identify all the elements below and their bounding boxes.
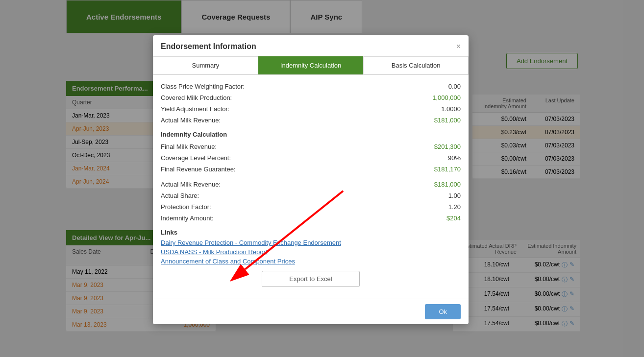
- tab-basis-calculation[interactable]: Basis Calculation: [363, 56, 469, 74]
- actual-milk-revenue-row: Actual Milk Revenue: $181,000: [161, 179, 461, 190]
- indemnity-calc-title: Indemnity Calculation: [161, 131, 461, 138]
- modal-close-button[interactable]: ×: [456, 43, 461, 50]
- modal-title: Endorsement Information: [161, 42, 256, 51]
- protection-factor-row: Protection Factor: 1.20: [161, 201, 461, 213]
- actual-milk-revenue-top-row: Actual Milk Revenue: $181,000: [161, 115, 461, 126]
- indemnity-amount-row: Indemnity Amount: $204: [161, 213, 461, 224]
- class-price-row: Class Price Weighting Factor: 0.00: [161, 81, 461, 92]
- export-to-excel-button[interactable]: Export to Excel: [262, 271, 360, 287]
- tab-summary[interactable]: Summary: [153, 56, 258, 74]
- final-milk-revenue-row: Final Milk Revenue: $201,300: [161, 141, 461, 152]
- final-revenue-guarantee-row: Final Revenue Guarantee: $181,170: [161, 164, 461, 175]
- yield-adjustment-row: Yield Adjustment Factor: 1.0000: [161, 103, 461, 115]
- modal-body: Class Price Weighting Factor: 0.00 Cover…: [153, 75, 469, 299]
- endorsement-information-modal: Endorsement Information × Summary Indemn…: [153, 35, 469, 324]
- modal-footer: Ok: [153, 299, 469, 324]
- coverage-level-row: Coverage Level Percent: 90%: [161, 152, 461, 164]
- covered-milk-row: Covered Milk Production: 1,000,000: [161, 92, 461, 103]
- links-title: Links: [161, 229, 461, 236]
- announcement-of-class-link[interactable]: Announcement of Class and Component Pric…: [161, 258, 461, 265]
- modal-header: Endorsement Information ×: [153, 35, 469, 56]
- modal-tab-bar: Summary Indemnity Calculation Basis Calc…: [153, 56, 469, 75]
- tab-indemnity-calculation[interactable]: Indemnity Calculation: [258, 56, 364, 74]
- actual-share-row: Actual Share: 1.00: [161, 190, 461, 201]
- dairy-revenue-protection-link[interactable]: Dairy Revenue Protection - Commodity Exc…: [161, 239, 461, 246]
- ok-button[interactable]: Ok: [425, 304, 461, 319]
- usda-nass-link[interactable]: USDA NASS - Milk Production Report: [161, 248, 461, 256]
- links-section: Links Dairy Revenue Protection - Commodi…: [161, 229, 461, 265]
